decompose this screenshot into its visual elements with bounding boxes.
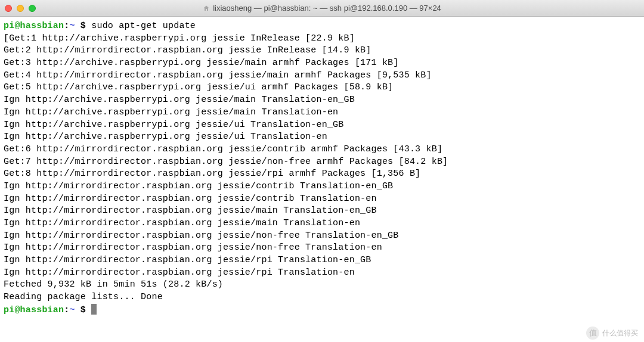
- output-line: Get:3 http://archive.raspberrypi.org jes…: [4, 57, 640, 70]
- output-line: Ign http://archive.raspberrypi.org jessi…: [4, 107, 640, 119]
- watermark-icon: 值: [586, 327, 599, 340]
- output-line: Ign http://archive.raspberrypi.org jessi…: [4, 131, 640, 144]
- minimize-button[interactable]: [17, 5, 24, 12]
- output-line: Get:6 http://mirrordirector.raspbian.org…: [4, 144, 640, 156]
- output-line: Get:2 http://mirrordirector.raspbian.org…: [4, 45, 640, 57]
- prompt-dollar: $: [80, 21, 86, 31]
- prompt-path: ~: [69, 21, 80, 31]
- watermark: 值 什么值得买: [586, 327, 638, 340]
- window-title-container: lixiaosheng — pi@hassbian: ~ — ssh pi@19…: [0, 4, 644, 13]
- output-line: Get:5 http://archive.raspberrypi.org jes…: [4, 82, 640, 94]
- output-lines: [Get:1 http://archive.raspberrypi.org je…: [4, 33, 640, 304]
- output-line: Ign http://mirrordirector.raspbian.org j…: [4, 217, 640, 230]
- output-line: Ign http://mirrordirector.raspbian.org j…: [4, 242, 640, 254]
- watermark-text: 什么值得买: [602, 328, 638, 338]
- maximize-button[interactable]: [29, 5, 36, 12]
- cursor: [91, 304, 97, 315]
- window-title: lixiaosheng — pi@hassbian: ~ — ssh pi@19…: [213, 4, 441, 13]
- output-line: Ign http://mirrordirector.raspbian.org j…: [4, 193, 640, 206]
- output-line: Ign http://mirrordirector.raspbian.org j…: [4, 205, 640, 217]
- output-line: Fetched 9,932 kB in 5min 51s (28.2 kB/s): [4, 279, 640, 291]
- prompt-dollar: $: [80, 305, 86, 315]
- output-line: Get:7 http://mirrordirector.raspbian.org…: [4, 156, 640, 169]
- output-line: Ign http://mirrordirector.raspbian.org j…: [4, 181, 640, 193]
- prompt-line: pi@hassbian:~ $ sudo apt-get update: [4, 20, 640, 33]
- prompt-path: ~: [69, 305, 80, 315]
- terminal-area[interactable]: pi@hassbian:~ $ sudo apt-get update [Get…: [0, 17, 644, 321]
- output-line: Ign http://mirrordirector.raspbian.org j…: [4, 267, 640, 279]
- home-icon: [203, 5, 210, 12]
- output-line: Ign http://archive.raspberrypi.org jessi…: [4, 119, 640, 132]
- prompt-line-2: pi@hassbian:~ $: [4, 304, 640, 317]
- command-text: sudo apt-get update: [91, 21, 196, 31]
- output-line: Ign http://mirrordirector.raspbian.org j…: [4, 254, 640, 267]
- window-controls: [5, 5, 36, 12]
- prompt-user-host: pi@hassbian: [4, 305, 64, 315]
- output-line: Ign http://archive.raspberrypi.org jessi…: [4, 94, 640, 107]
- output-line: Get:4 http://mirrordirector.raspbian.org…: [4, 70, 640, 82]
- output-line: Ign http://mirrordirector.raspbian.org j…: [4, 230, 640, 242]
- titlebar: lixiaosheng — pi@hassbian: ~ — ssh pi@19…: [0, 0, 644, 17]
- output-line: Get:8 http://mirrordirector.raspbian.org…: [4, 168, 640, 181]
- output-line: [Get:1 http://archive.raspberrypi.org je…: [4, 33, 640, 45]
- output-line: Reading package lists... Done: [4, 291, 640, 304]
- prompt-user-host: pi@hassbian: [4, 21, 64, 31]
- close-button[interactable]: [5, 5, 12, 12]
